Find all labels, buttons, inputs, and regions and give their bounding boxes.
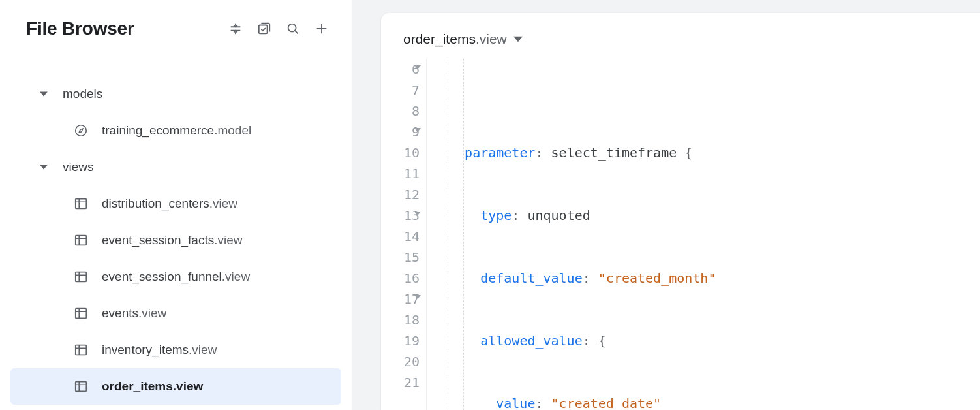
search-icon[interactable] [284, 20, 302, 38]
file-tree: models training_ecommerce.model views [0, 76, 352, 405]
folder-views[interactable]: views [0, 149, 352, 185]
table-icon [73, 197, 89, 211]
app-root: File Browser m [0, 0, 980, 410]
code-editor[interactable]: 6 7 8 9 10 11 12 13 14 15 16 17 18 19 20… [381, 59, 980, 410]
table-icon [73, 233, 89, 247]
file-inventory-items[interactable]: inventory_items.view [10, 332, 341, 368]
file-name: distribution_centers.view [102, 197, 237, 211]
editor-pane: order_items.view 6 7 8 9 10 11 12 13 14 [352, 0, 980, 410]
svg-rect-6 [76, 309, 87, 319]
svg-point-1 [288, 24, 296, 32]
table-icon [73, 306, 89, 321]
folder-models[interactable]: models [0, 76, 352, 112]
file-event-session-facts[interactable]: event_session_facts.view [10, 222, 341, 259]
file-training-ecommerce[interactable]: training_ecommerce.model [10, 112, 341, 149]
file-events[interactable]: events.view [10, 295, 341, 332]
svg-rect-3 [76, 199, 87, 209]
editor-tab[interactable]: order_items.view [381, 13, 980, 59]
file-name: order_items.view [102, 379, 203, 394]
add-icon[interactable] [313, 20, 331, 38]
editor-card: order_items.view 6 7 8 9 10 11 12 13 14 [381, 13, 980, 410]
fold-marker-icon[interactable] [414, 295, 421, 299]
svg-rect-4 [76, 236, 87, 245]
collapse-icon[interactable] [226, 20, 245, 38]
folder-label: views [63, 160, 94, 174]
file-name: events.view [102, 306, 166, 321]
svg-point-2 [76, 125, 87, 136]
sidebar-title: File Browser [26, 18, 134, 39]
folder-label: models [63, 87, 102, 101]
sidebar-header: File Browser [0, 18, 352, 39]
chevron-down-icon[interactable] [513, 31, 523, 47]
svg-rect-8 [76, 382, 87, 392]
file-order-items[interactable]: order_items.view [10, 368, 341, 405]
compass-icon [73, 123, 89, 138]
table-icon [73, 379, 89, 394]
file-event-session-funnel[interactable]: event_session_funnel.view [10, 259, 341, 295]
file-name: training_ecommerce.model [102, 123, 251, 138]
sidebar-actions [226, 20, 331, 38]
bulk-select-icon[interactable] [255, 20, 273, 38]
table-icon [73, 270, 89, 284]
fold-marker-icon[interactable] [414, 128, 421, 132]
code-content[interactable]: parameter: select_timeframe { type: unqu… [427, 59, 716, 410]
chevron-down-icon [39, 163, 48, 171]
file-name: event_session_funnel.view [102, 270, 250, 284]
file-name: inventory_items.view [102, 343, 217, 357]
svg-rect-0 [259, 25, 268, 34]
tab-filename: order_items.view [403, 31, 507, 47]
table-icon [73, 343, 89, 357]
svg-rect-5 [76, 272, 87, 282]
chevron-down-icon [39, 90, 48, 98]
line-gutter: 6 7 8 9 10 11 12 13 14 15 16 17 18 19 20… [381, 59, 427, 410]
svg-rect-7 [76, 345, 87, 355]
fold-marker-icon[interactable] [414, 212, 421, 215]
file-name: event_session_facts.view [102, 233, 242, 247]
file-distribution-centers[interactable]: distribution_centers.view [10, 185, 341, 222]
file-browser-sidebar: File Browser m [0, 0, 352, 410]
fold-marker-icon[interactable] [414, 65, 421, 69]
